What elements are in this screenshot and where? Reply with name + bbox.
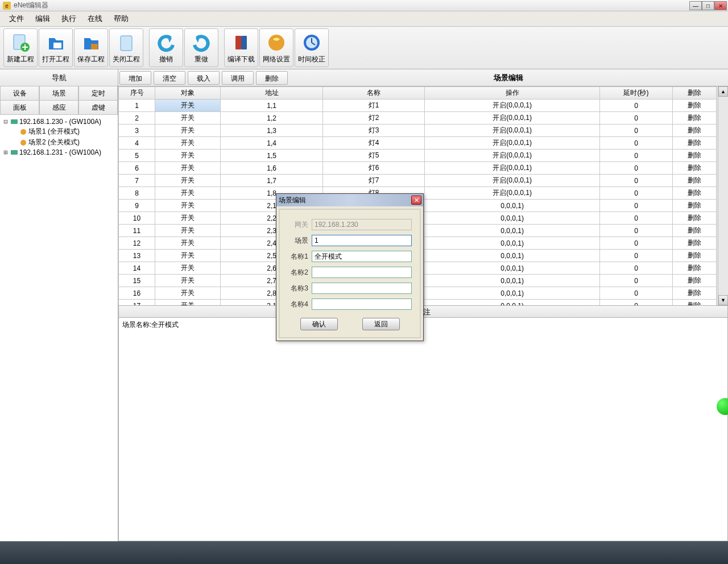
name2-input[interactable] (312, 267, 412, 278)
cell-delay[interactable]: 0 (599, 225, 672, 237)
taskbar[interactable] (0, 541, 728, 564)
cell-del[interactable]: 删除 (673, 200, 717, 212)
cell-op[interactable]: 0,0,0,1) (425, 237, 600, 250)
cell-name[interactable]: 灯7 (322, 175, 424, 187)
cell-op[interactable]: 0,0,0,1) (425, 200, 600, 212)
cell-del[interactable]: 删除 (673, 112, 717, 125)
table-row[interactable]: 5开关1,5灯5开启(0,0,0,1)0删除 (119, 150, 717, 162)
cell-seq[interactable]: 11 (119, 225, 155, 237)
cell-op[interactable]: 开启(0,0,0,1) (425, 162, 600, 175)
cell-op[interactable]: 开启(0,0,0,1) (425, 99, 600, 112)
cell-op[interactable]: 0,0,0,1) (425, 262, 600, 275)
dialog-back-button[interactable]: 返回 (362, 318, 400, 330)
cell-del[interactable]: 删除 (673, 125, 717, 137)
cell-obj[interactable]: 开关 (155, 99, 221, 112)
cell-seq[interactable]: 7 (119, 175, 155, 187)
cell-delay[interactable]: 0 (599, 150, 672, 162)
maximize-button[interactable]: □ (702, 1, 714, 10)
cell-name[interactable]: 灯5 (322, 150, 424, 162)
dialog-ok-button[interactable]: 确认 (300, 318, 338, 330)
cell-delay[interactable]: 0 (599, 250, 672, 262)
cell-del[interactable]: 删除 (673, 212, 717, 225)
menu-1[interactable]: 编辑 (31, 13, 55, 25)
toolbar-open-project[interactable]: 打开工程 (39, 28, 73, 67)
cell-seq[interactable]: 16 (119, 287, 155, 300)
dialog-title[interactable]: 场景编辑 ✕ (276, 194, 423, 206)
cell-seq[interactable]: 1 (119, 99, 155, 112)
tree-node-3[interactable]: ⊞192.168.1.231 - (GW100A) (2, 148, 115, 157)
toolbar-new-project[interactable]: 新建工程 (3, 28, 38, 67)
cell-obj[interactable]: 开关 (155, 225, 221, 237)
name4-input[interactable] (312, 298, 412, 310)
cell-name[interactable]: 灯1 (322, 99, 424, 112)
cell-del[interactable]: 删除 (673, 162, 717, 175)
nav-tab-tabs_row2-0[interactable]: 面板 (0, 101, 39, 115)
cell-delay[interactable]: 0 (599, 212, 672, 225)
cell-delay[interactable]: 0 (599, 262, 672, 275)
tree-expand-icon[interactable]: ⊟ (2, 118, 9, 126)
subtoolbar-btn-1[interactable]: 清空 (154, 71, 185, 85)
cell-del[interactable]: 删除 (673, 175, 717, 187)
cell-delay[interactable]: 0 (599, 99, 672, 112)
nav-tab-tabs_row2-1[interactable]: 感应 (39, 101, 78, 115)
cell-name[interactable]: 灯2 (322, 112, 424, 125)
window-close-button[interactable]: ✕ (714, 1, 727, 10)
table-row[interactable]: 4开关1,4灯4开启(0,0,0,1)0删除 (119, 137, 717, 150)
cell-addr[interactable]: 1,7 (221, 175, 322, 187)
cell-del[interactable]: 删除 (673, 150, 717, 162)
cell-op[interactable]: 开启(0,0,0,1) (425, 175, 600, 187)
cell-obj[interactable]: 开关 (155, 200, 221, 212)
toolbar-save-project[interactable]: 保存工程 (74, 28, 108, 67)
tree-node-0[interactable]: ⊟192.168.1.230 - (GW100A) (2, 117, 115, 126)
menu-2[interactable]: 执行 (57, 13, 81, 25)
col-header-3[interactable]: 名称 (322, 87, 424, 99)
subtoolbar-btn-4[interactable]: 删除 (256, 71, 288, 85)
cell-delay[interactable]: 0 (599, 275, 672, 287)
cell-delay[interactable]: 0 (599, 300, 672, 305)
cell-seq[interactable]: 12 (119, 237, 155, 250)
cell-obj[interactable]: 开关 (155, 175, 221, 187)
table-row[interactable]: 7开关1,7灯7开启(0,0,0,1)0删除 (119, 175, 717, 187)
cell-seq[interactable]: 8 (119, 187, 155, 200)
cell-obj[interactable]: 开关 (155, 250, 221, 262)
nav-tab-tabs_row1-2[interactable]: 定时 (78, 86, 118, 101)
cell-delay[interactable]: 0 (599, 125, 672, 137)
cell-op[interactable]: 0,0,0,1) (425, 212, 600, 225)
dialog-close-button[interactable]: ✕ (411, 196, 421, 205)
col-header-5[interactable]: 延时(秒) (599, 87, 672, 99)
tree-expand-icon[interactable]: ⊞ (2, 148, 9, 156)
cell-op[interactable]: 0,0,0,1) (425, 225, 600, 237)
minimize-button[interactable]: — (689, 1, 702, 10)
toolbar-close-project[interactable]: 关闭工程 (109, 28, 143, 67)
col-header-4[interactable]: 操作 (425, 87, 600, 99)
cell-seq[interactable]: 6 (119, 162, 155, 175)
tree-node-2[interactable]: 场景2 (全关模式) (2, 137, 115, 148)
table-row[interactable]: 3开关1,3灯3开启(0,0,0,1)0删除 (119, 125, 717, 137)
cell-seq[interactable]: 5 (119, 150, 155, 162)
toolbar-compile[interactable]: 编译下载 (224, 28, 258, 67)
name1-input[interactable] (312, 251, 412, 262)
nav-tab-tabs_row1-0[interactable]: 设备 (0, 86, 39, 101)
cell-delay[interactable]: 0 (599, 187, 672, 200)
cell-addr[interactable]: 1,3 (221, 125, 322, 137)
cell-delay[interactable]: 0 (599, 200, 672, 212)
cell-name[interactable]: 灯3 (322, 125, 424, 137)
cell-op[interactable]: 0,0,0,1) (425, 275, 600, 287)
cell-op[interactable]: 开启(0,0,0,1) (425, 137, 600, 150)
subtoolbar-btn-3[interactable]: 调用 (222, 71, 254, 85)
cell-delay[interactable]: 0 (599, 112, 672, 125)
cell-seq[interactable]: 2 (119, 112, 155, 125)
col-header-0[interactable]: 序号 (119, 87, 155, 99)
col-header-2[interactable]: 地址 (221, 87, 322, 99)
cell-op[interactable]: 0,0,0,1) (425, 300, 600, 305)
menu-4[interactable]: 帮助 (109, 13, 133, 25)
vertical-scrollbar[interactable]: ▲ ▼ (718, 86, 728, 305)
scroll-up-icon[interactable]: ▲ (718, 86, 728, 97)
cell-op[interactable]: 开启(0,0,0,1) (425, 187, 600, 200)
cell-del[interactable]: 删除 (673, 250, 717, 262)
cell-del[interactable]: 删除 (673, 262, 717, 275)
cell-seq[interactable]: 3 (119, 125, 155, 137)
cell-obj[interactable]: 开关 (155, 125, 221, 137)
cell-seq[interactable]: 10 (119, 212, 155, 225)
cell-seq[interactable]: 14 (119, 262, 155, 275)
